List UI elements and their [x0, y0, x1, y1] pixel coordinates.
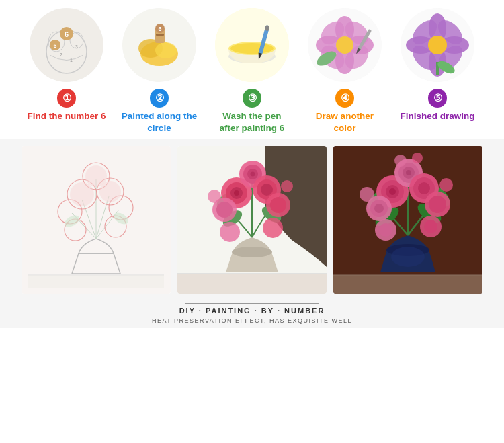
circle-item-2: 6 — [119, 8, 200, 82]
images-row — [22, 146, 482, 294]
footer-dots: DIY · PAINTING · BY · NUMBER — [179, 307, 325, 315]
step-number-4: ④ — [335, 89, 354, 108]
bottom-section: DIY · PAINTING · BY · NUMBER HEAT PRESER… — [0, 139, 504, 328]
step-item-4: ④ Draw another color — [304, 89, 385, 134]
svg-rect-131 — [333, 275, 482, 294]
svg-point-64 — [70, 182, 94, 206]
svg-point-117 — [418, 182, 430, 194]
svg-point-72 — [232, 247, 272, 257]
circle-image-2: 6 — [122, 8, 196, 82]
step-item-5: ⑤ Finished drawing — [397, 89, 478, 122]
svg-point-93 — [208, 190, 221, 203]
svg-point-91 — [220, 222, 240, 242]
svg-point-128 — [439, 178, 453, 192]
svg-point-66 — [99, 181, 121, 202]
circle-item-3 — [212, 8, 292, 82]
svg-point-110 — [389, 188, 396, 195]
circle-item-4 — [304, 8, 385, 82]
step-text-3: Wash the pen after painting 6 — [212, 110, 292, 134]
svg-point-126 — [424, 220, 437, 233]
circles-row: 6 6 3 2 1 — [26, 8, 478, 82]
svg-text:6: 6 — [53, 42, 56, 49]
svg-point-124 — [379, 223, 392, 237]
svg-point-94 — [281, 180, 293, 192]
svg-point-100 — [391, 247, 425, 267]
footer-subtitle: HEAT PRESERVATION EFFECT, HAS EXQUISITE … — [152, 317, 352, 324]
circle-item-1: 6 6 3 2 1 — [26, 8, 107, 82]
step-text-1: Find the number 6 — [27, 110, 106, 122]
svg-text:1: 1 — [70, 58, 73, 63]
step-number-1: ① — [57, 89, 76, 108]
circle-item-5 — [397, 8, 478, 82]
svg-text:2: 2 — [60, 52, 62, 57]
svg-point-120 — [374, 204, 384, 213]
svg-text:6: 6 — [158, 26, 161, 32]
top-section: 6 6 3 2 1 — [0, 0, 504, 139]
svg-point-35 — [336, 36, 353, 54]
circle-image-5 — [401, 8, 474, 82]
svg-point-88 — [216, 202, 233, 218]
svg-point-122 — [429, 196, 446, 213]
painting-img-1 — [22, 146, 171, 294]
svg-text:6: 6 — [65, 30, 69, 38]
step-text-2: Painted along the circle — [119, 110, 200, 134]
svg-point-22 — [230, 43, 274, 54]
painting-img-3 — [333, 146, 482, 294]
svg-rect-70 — [28, 275, 164, 288]
step-number-3: ③ — [243, 89, 261, 108]
circle-image-4 — [308, 8, 382, 82]
svg-point-127 — [360, 187, 374, 202]
svg-point-92 — [263, 218, 283, 238]
svg-point-48 — [428, 36, 447, 54]
svg-point-90 — [270, 197, 286, 213]
svg-rect-18 — [156, 34, 164, 36]
svg-point-83 — [251, 172, 255, 177]
step-text-5: Finished drawing — [400, 110, 474, 122]
step-text-4: Draw another color — [304, 110, 385, 134]
circle-image-3 — [215, 8, 289, 82]
svg-rect-95 — [177, 274, 327, 294]
step-item-1: ① Find the number 6 — [26, 89, 107, 122]
step-item-3: ③ Wash the pen after painting 6 — [212, 89, 292, 134]
svg-text:3: 3 — [75, 44, 78, 49]
circle-image-1: 6 6 3 2 1 — [30, 8, 103, 82]
step-item-2: ② Painted along the circle — [119, 89, 200, 134]
svg-point-114 — [406, 170, 411, 175]
step-number-2: ② — [150, 89, 169, 108]
svg-point-14 — [155, 42, 177, 58]
svg-point-86 — [261, 184, 273, 196]
svg-point-0 — [30, 8, 103, 82]
footer-separator — [185, 303, 319, 304]
svg-point-79 — [234, 190, 239, 196]
svg-point-130 — [412, 153, 423, 163]
svg-point-129 — [394, 155, 407, 167]
painting-img-2 — [177, 146, 327, 294]
steps-row: ① Find the number 6 ② Painted along the … — [26, 89, 478, 134]
step-number-5: ⑤ — [428, 89, 447, 108]
